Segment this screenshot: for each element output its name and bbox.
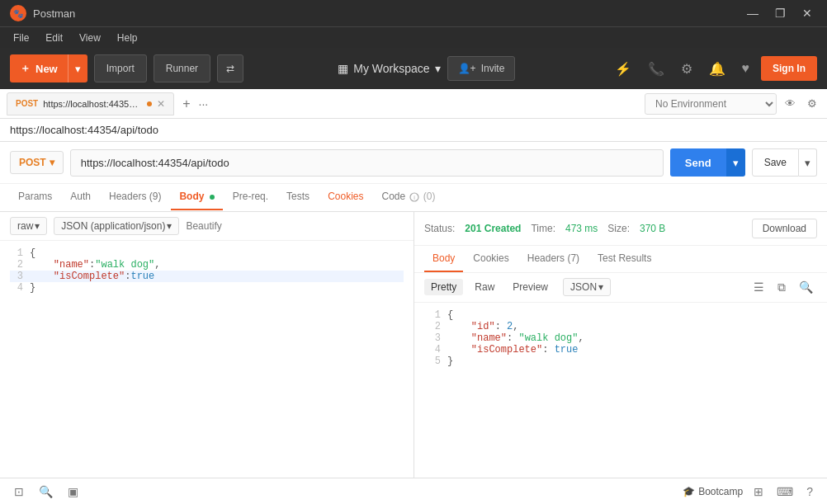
tab-code[interactable]: Code i (0): [373, 184, 443, 211]
status-value: 201 Created: [465, 223, 521, 234]
menu-edit[interactable]: Edit: [39, 31, 69, 45]
resp-json-select[interactable]: JSON ▾: [563, 278, 611, 296]
help-icon-btn[interactable]: ?: [802, 483, 817, 501]
request-body-editor[interactable]: 1 { 2 "name":"walk dog", 3 "isComplete":…: [0, 241, 414, 485]
resp-sort-icon-btn[interactable]: ☰: [749, 278, 768, 296]
resp-tab-body[interactable]: Body: [424, 246, 463, 272]
runner-button[interactable]: Runner: [154, 54, 210, 82]
resp-copy-icon-btn[interactable]: ⧉: [773, 278, 790, 297]
resp-line-3: 3 "name": "walk dog",: [424, 332, 817, 344]
invite-label: Invite: [481, 63, 505, 74]
minimize-button[interactable]: —: [742, 5, 763, 21]
keyboard-icon-btn[interactable]: ⌨: [773, 483, 797, 501]
tab-auth[interactable]: Auth: [62, 184, 99, 210]
toolbar-right: ⚡ 📞 ⚙ 🔔 ♥ Sign In: [610, 56, 818, 81]
method-url-bar: POST ▾ Send ▾ Save ▾: [0, 142, 827, 183]
code-line-4: 4 }: [10, 282, 404, 294]
resp-tab-cookies[interactable]: Cookies: [465, 246, 517, 272]
import-button[interactable]: Import: [94, 54, 147, 82]
save-arrow-button[interactable]: ▾: [799, 148, 817, 177]
tab-add-button[interactable]: +: [177, 95, 195, 113]
send-button[interactable]: Send: [670, 148, 726, 177]
app-title: Postman: [33, 7, 75, 20]
view-preview-btn[interactable]: Preview: [506, 279, 555, 295]
resp-line-1: 1 {: [424, 309, 817, 321]
console-icon-btn[interactable]: ⊡: [10, 483, 28, 501]
env-eye-btn[interactable]: 👁: [782, 96, 799, 111]
json-chevron-icon: ▾: [167, 220, 172, 232]
sync-button[interactable]: ⇄: [217, 54, 243, 82]
request-tab[interactable]: POST https://localhost:44354/api/to... ✕: [7, 92, 174, 115]
resp-tab-test-results[interactable]: Test Results: [589, 246, 659, 272]
url-input[interactable]: [70, 149, 664, 177]
format-label: raw: [17, 220, 33, 232]
tab-close-icon[interactable]: ✕: [157, 98, 165, 110]
resp-format-label: JSON: [570, 281, 597, 293]
method-value: POST: [19, 157, 46, 168]
signin-button[interactable]: Sign In: [761, 56, 817, 81]
save-button[interactable]: Save: [752, 148, 799, 177]
send-arrow-button[interactable]: ▾: [726, 148, 745, 177]
env-settings-btn[interactable]: ⚙: [804, 96, 820, 111]
tab-tests[interactable]: Tests: [278, 184, 318, 210]
person-plus-icon: 👤+: [458, 63, 476, 74]
resp-line-5: 5 }: [424, 356, 817, 367]
code-icon-btn[interactable]: ▣: [64, 483, 83, 501]
workspace-button[interactable]: ▦ My Workspace ▾: [338, 62, 440, 75]
heart-icon-btn[interactable]: ♥: [737, 58, 755, 79]
workspace-grid-icon: ▦: [338, 62, 348, 75]
format-select[interactable]: raw ▾: [10, 217, 47, 235]
tab-more-button[interactable]: ···: [199, 97, 209, 111]
menu-help[interactable]: Help: [111, 31, 144, 45]
phone-icon-btn[interactable]: 📞: [643, 58, 669, 80]
tab-body[interactable]: Body: [171, 184, 222, 210]
satellite-icon-btn[interactable]: ⚡: [610, 58, 636, 80]
response-panel: Status: 201 Created Time: 473 ms Size: 3…: [414, 212, 827, 485]
toolbar-center: ▦ My Workspace ▾ 👤+ Invite: [250, 56, 603, 81]
tab-params[interactable]: Params: [10, 184, 60, 210]
plus-icon: ＋: [20, 61, 31, 76]
bell-icon-btn[interactable]: 🔔: [704, 58, 730, 80]
url-display: https://localhost:44354/api/todo: [10, 124, 817, 136]
invite-button[interactable]: 👤+ Invite: [447, 56, 516, 81]
new-button-arrow[interactable]: ▾: [68, 54, 87, 82]
size-label: Size:: [607, 223, 630, 234]
beautify-button[interactable]: Beautify: [186, 220, 221, 232]
environment-select[interactable]: No Environment: [645, 93, 777, 115]
size-value: 370 B: [640, 223, 665, 234]
tab-headers[interactable]: Headers (9): [101, 184, 169, 210]
resp-format-chevron-icon: ▾: [598, 281, 603, 293]
search-icon-btn[interactable]: 🔍: [35, 483, 57, 501]
response-body-viewer: 1 { 2 "id": 2, 3 "name": "walk dog", 4: [414, 303, 827, 485]
json-type-select[interactable]: JSON (application/json) ▾: [54, 217, 179, 235]
settings-icon-btn[interactable]: ⚙: [676, 58, 697, 80]
two-panel-icon-btn[interactable]: ⊞: [749, 483, 768, 501]
new-button[interactable]: ＋ New ▾: [10, 54, 87, 82]
tab-url: https://localhost:44354/api/to...: [43, 99, 142, 109]
menu-file[interactable]: File: [7, 31, 35, 45]
tab-cookies[interactable]: Cookies: [319, 184, 371, 210]
window-controls: — ❐ ✕: [742, 5, 817, 21]
close-button[interactable]: ✕: [797, 5, 817, 21]
menu-bar: File Edit View Help: [0, 26, 827, 48]
resp-line-4: 4 "isComplete": true: [424, 344, 817, 356]
response-status-bar: Status: 201 Created Time: 473 ms Size: 3…: [414, 212, 827, 246]
view-pretty-btn[interactable]: Pretty: [424, 279, 463, 295]
chevron-down-icon: ▾: [75, 63, 81, 75]
tab-prereq[interactable]: Pre-req.: [224, 184, 276, 210]
time-value: 473 ms: [565, 223, 598, 234]
resp-search-icon-btn[interactable]: 🔍: [795, 278, 817, 296]
code-line-2: 2 "name":"walk dog",: [10, 259, 404, 271]
maximize-button[interactable]: ❐: [770, 5, 791, 21]
new-button-main[interactable]: ＋ New: [10, 61, 68, 76]
method-select[interactable]: POST ▾: [10, 151, 64, 174]
menu-view[interactable]: View: [73, 31, 107, 45]
save-button-group: Save ▾: [752, 148, 817, 177]
view-raw-btn[interactable]: Raw: [468, 279, 501, 295]
resp-line-2: 2 "id": 2,: [424, 321, 817, 332]
bootcamp-button[interactable]: 🎓 Bootcamp: [683, 486, 743, 497]
download-button[interactable]: Download: [752, 219, 817, 238]
code-line-3: 3 "isComplete":true: [10, 271, 404, 282]
workspace-chevron-icon: ▾: [435, 62, 441, 75]
resp-tab-headers[interactable]: Headers (7): [519, 246, 588, 272]
